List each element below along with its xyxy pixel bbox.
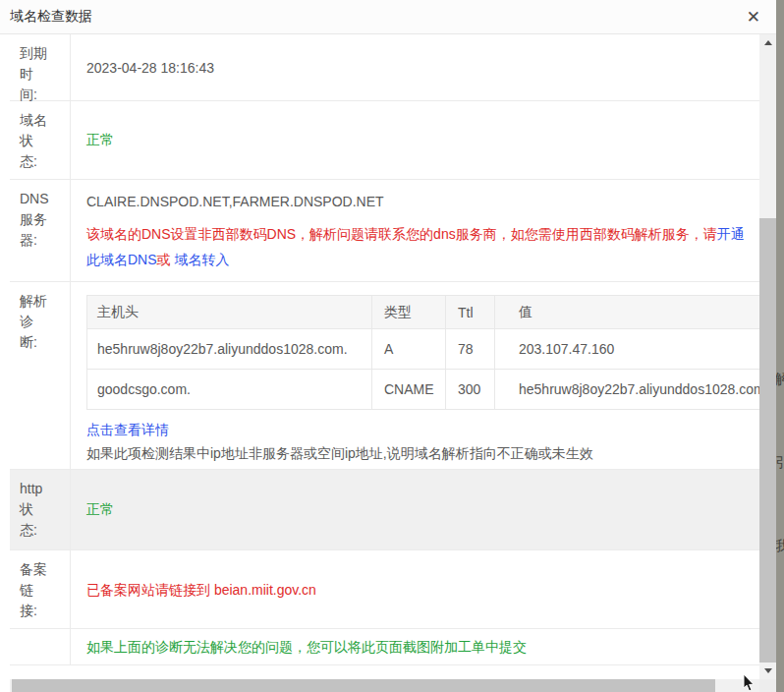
row-resolution-diagnosis: 解析诊断: 主机头 类型 Ttl 值 he5hruw8j8oy <box>10 282 759 470</box>
vertical-scrollbar[interactable] <box>759 34 776 679</box>
record-type: CNAME <box>372 370 446 410</box>
backdrop-text-fragment: 我 <box>775 538 784 555</box>
domain-check-dialog: 域名检查数据 ✕ 到期时间: 2023-04-28 18:16:43 域名状态:… <box>0 0 776 692</box>
scroll-down-icon <box>764 668 772 673</box>
row-dns-servers: DNS服务器: CLAIRE.DNSPOD.NET,FARMER.DNSPOD.… <box>10 180 759 282</box>
resolution-note: 如果此项检测结果中ip地址非服务器或空间ip地址,说明域名解析指向不正确或未生效 <box>86 443 759 463</box>
view-details-link[interactable]: 点击查看详情 <box>86 422 169 437</box>
col-header-value: 值 <box>495 296 760 329</box>
footer-empty-label <box>10 629 71 664</box>
dns-servers-label: DNS服务器: <box>10 180 71 281</box>
dialog-title: 域名检查数据 <box>10 8 92 26</box>
scrollbar-corner <box>759 679 776 692</box>
table-header-row: 主机头 类型 Ttl 值 <box>87 296 760 329</box>
expiry-value-cell: 2023-04-28 18:16:43 <box>71 34 759 100</box>
resolution-label: 解析诊断: <box>10 282 71 469</box>
record-value: he5hruw8j8oy22b7.aliyunddos1028.com. <box>495 370 760 410</box>
footer-note: 如果上面的诊断无法解决您的问题，您可以将此页面截图附加工单中提交 <box>86 637 759 657</box>
http-status-value-cell: 正常 <box>71 470 759 549</box>
resolution-value-cell: 主机头 类型 Ttl 值 he5hruw8j8oy22b7.aliyunddos… <box>71 282 759 469</box>
record-ttl: 300 <box>446 370 495 410</box>
footer-value-cell: 如果上面的诊断无法解决您的问题，您可以将此页面截图附加工单中提交 <box>71 629 759 664</box>
dns-servers-value-cell: CLAIRE.DNSPOD.NET,FARMER.DNSPOD.NET 该域名的… <box>71 180 759 281</box>
expiry-label: 到期时间: <box>10 34 71 100</box>
dialog-titlebar: 域名检查数据 ✕ <box>0 0 776 34</box>
mouse-cursor <box>743 674 756 692</box>
icp-notice: 已备案网站请链接到 beian.miit.gov.cn <box>86 580 759 600</box>
record-host: goodcsgo.com. <box>87 370 372 410</box>
domain-status-value-cell: 正常 <box>71 101 759 179</box>
dns-records-table: 主机头 类型 Ttl 值 he5hruw8j8oy22b7.aliyunddos… <box>86 295 759 410</box>
icp-label: 备案链接: <box>10 550 71 628</box>
horizontal-scrollbar-thumb[interactable] <box>12 679 715 692</box>
col-header-host: 主机头 <box>87 296 372 329</box>
vertical-scrollbar-thumb[interactable] <box>759 218 776 663</box>
horizontal-scrollbar[interactable] <box>10 679 759 692</box>
icp-value-cell: 已备案网站请链接到 beian.miit.gov.cn <box>71 550 759 628</box>
domain-status-label: 域名状态: <box>10 101 71 179</box>
scroll-up-button[interactable] <box>759 34 776 51</box>
row-icp-link: 备案链接: 已备案网站请链接到 beian.miit.gov.cn <box>10 550 759 629</box>
record-host: he5hruw8j8oy22b7.aliyunddos1028.com. <box>87 329 372 370</box>
col-header-type: 类型 <box>372 296 446 329</box>
detail-link-wrap: 点击查看详情 <box>86 420 759 439</box>
dns-notice: 该域名的DNS设置非西部数码DNS，解析问题请联系您的dns服务商，如您需使用西… <box>86 221 759 272</box>
scroll-up-icon <box>764 40 772 45</box>
scroll-down-button[interactable] <box>759 663 776 679</box>
col-header-ttl: Ttl <box>446 296 495 329</box>
dns-notice-or: 或 <box>157 252 175 267</box>
dialog-body: 到期时间: 2023-04-28 18:16:43 域名状态: 正常 DNS服务… <box>10 34 759 665</box>
table-row: he5hruw8j8oy22b7.aliyunddos1028.com. A 7… <box>87 329 760 370</box>
close-icon[interactable]: ✕ <box>747 9 760 26</box>
record-ttl: 78 <box>446 329 495 370</box>
http-status-label: http状态: <box>10 470 71 549</box>
page: { "backdrop": { "fragments": [ { "char":… <box>0 0 784 692</box>
row-expiry-time: 到期时间: 2023-04-28 18:16:43 <box>10 34 759 101</box>
dns-servers-value: CLAIRE.DNSPOD.NET,FARMER.DNSPOD.NET <box>86 192 759 211</box>
row-domain-status: 域名状态: 正常 <box>10 101 759 180</box>
record-value: 203.107.47.160 <box>495 329 760 370</box>
table-row: goodcsgo.com. CNAME 300 he5hruw8j8oy22b7… <box>87 370 760 410</box>
backdrop-text-fragment: 引 <box>775 454 784 472</box>
row-http-status: http状态: 正常 <box>10 470 759 550</box>
backdrop-text-fragment: 解 <box>775 371 784 388</box>
expiry-value: 2023-04-28 18:16:43 <box>86 60 759 76</box>
dns-notice-text: 该域名的DNS设置非西部数码DNS，解析问题请联系您的dns服务商，如您需使用西… <box>86 226 717 242</box>
domain-status-badge: 正常 <box>86 132 759 149</box>
http-status-badge: 正常 <box>86 501 759 519</box>
row-footer-note: 如果上面的诊断无法解决您的问题，您可以将此页面截图附加工单中提交 <box>10 629 759 665</box>
domain-transfer-link[interactable]: 域名转入 <box>174 252 229 267</box>
record-type: A <box>372 329 446 370</box>
